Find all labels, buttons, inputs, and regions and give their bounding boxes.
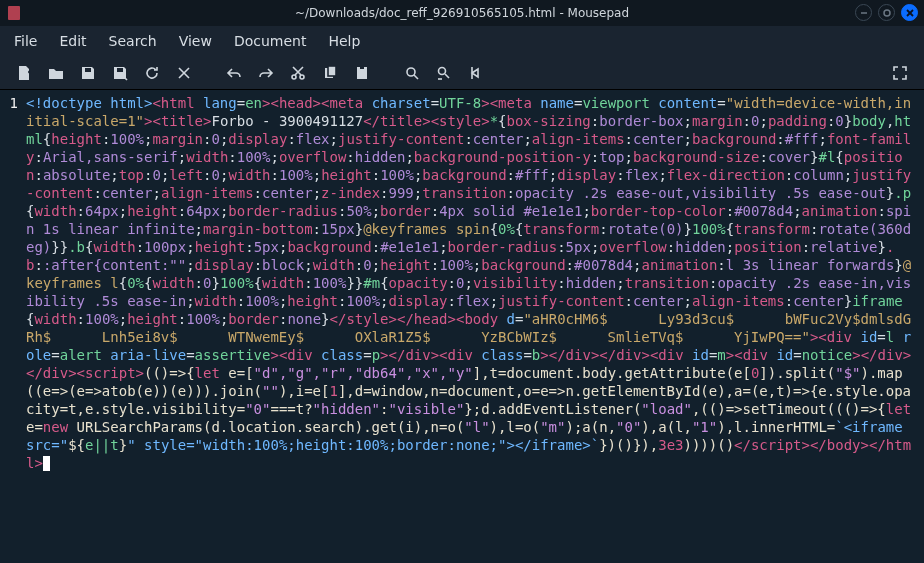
toolbar xyxy=(0,56,924,90)
tok: name xyxy=(540,95,574,111)
menu-document[interactable]: Document xyxy=(234,33,307,49)
tok: > xyxy=(380,347,388,363)
line-number: 1 xyxy=(0,94,18,112)
tok: ${ xyxy=(68,437,85,453)
tok: "1" xyxy=(692,419,717,435)
tok: </div> xyxy=(599,347,650,363)
tok: <style> xyxy=(431,113,490,129)
close-button[interactable] xyxy=(901,4,918,21)
tok: 1 xyxy=(329,383,337,399)
tok: <div xyxy=(818,329,860,345)
tok: let xyxy=(886,401,911,417)
menubar: File Edit Search View Document Help xyxy=(0,26,924,56)
code-area[interactable]: <!doctype html><html lang=en><head><meta… xyxy=(24,90,924,563)
new-file-button[interactable] xyxy=(10,59,38,87)
tok: <head> xyxy=(270,95,321,111)
menu-file[interactable]: File xyxy=(14,33,37,49)
tok: );a(n, xyxy=(565,419,616,435)
goto-button[interactable] xyxy=(462,59,490,87)
tok: id xyxy=(692,347,709,363)
tok: d xyxy=(507,311,515,327)
tok: charset xyxy=(372,95,431,111)
tok: ]).split( xyxy=(759,365,835,381)
tok: </title> xyxy=(363,113,430,129)
tok: UTF-8 xyxy=(439,95,481,111)
tok: <title> xyxy=(152,113,211,129)
close-file-button[interactable] xyxy=(170,59,198,87)
tok: "" xyxy=(262,383,279,399)
tok: alert xyxy=(60,347,111,363)
tok: <html xyxy=(152,95,203,111)
svg-point-1 xyxy=(884,10,890,16)
svg-point-16 xyxy=(439,67,446,74)
menu-edit[interactable]: Edit xyxy=(59,33,86,49)
tok: "l" xyxy=(464,419,489,435)
svg-line-17 xyxy=(445,74,449,78)
find-button[interactable] xyxy=(398,59,426,87)
tok: = xyxy=(877,329,885,345)
tok: id xyxy=(860,329,877,345)
tok: viewport xyxy=(582,95,658,111)
save-button[interactable] xyxy=(74,59,102,87)
maximize-button[interactable] xyxy=(878,4,895,21)
tok: URLSearchParams(d.location.search).get(i… xyxy=(68,419,464,435)
tok: assertive xyxy=(195,347,271,363)
tok: notice xyxy=(802,347,853,363)
reload-button[interactable] xyxy=(138,59,166,87)
tok: p xyxy=(372,347,380,363)
tok: ),i=e[ xyxy=(279,383,330,399)
tok: <meta xyxy=(490,95,541,111)
tok: <meta xyxy=(321,95,372,111)
svg-point-8 xyxy=(292,75,296,79)
tok: </head> xyxy=(397,311,456,327)
tok: </style> xyxy=(330,311,397,327)
tok: "d","g","r","db64","x","y" xyxy=(254,365,473,381)
gutter: 1 xyxy=(0,90,24,563)
svg-rect-13 xyxy=(360,66,364,69)
tok: class xyxy=(481,347,523,363)
find-replace-button[interactable] xyxy=(430,59,458,87)
tok: l xyxy=(886,329,903,345)
tok: "visible" xyxy=(388,401,464,417)
tok: <div xyxy=(734,347,776,363)
tok: > xyxy=(540,347,548,363)
paste-button[interactable] xyxy=(348,59,376,87)
tok: <script> xyxy=(77,365,144,381)
tok: "0" xyxy=(245,401,270,417)
tok: " style="width:100%;height:100%;border:n… xyxy=(127,437,599,453)
tok: > xyxy=(270,347,278,363)
open-file-button[interactable] xyxy=(42,59,70,87)
menu-help[interactable]: Help xyxy=(328,33,360,49)
tok: ],t=document.body.getAttribute(e[ xyxy=(473,365,751,381)
tok: <body xyxy=(456,311,507,327)
tok: ,(()=>setTimeout((()=>{ xyxy=(692,401,886,417)
window-title: ~/Downloads/doc_reff_926910565105.html -… xyxy=(0,6,924,20)
tok: "m" xyxy=(540,419,565,435)
tok: </div> xyxy=(26,365,77,381)
tok: e||t xyxy=(85,437,119,453)
copy-button[interactable] xyxy=(316,59,344,87)
tok: </div> xyxy=(389,347,440,363)
tok: </script> xyxy=(734,437,810,453)
menu-search[interactable]: Search xyxy=(109,33,157,49)
tok: = xyxy=(186,347,194,363)
menu-view[interactable]: View xyxy=(179,33,212,49)
editor[interactable]: 1 <!doctype html><html lang=en><head><me… xyxy=(0,90,924,563)
cut-button[interactable] xyxy=(284,59,312,87)
tok: = xyxy=(237,95,245,111)
save-as-button[interactable] xyxy=(106,59,134,87)
tok: ),a(l, xyxy=(641,419,692,435)
undo-button[interactable] xyxy=(220,59,248,87)
tok: ))))() xyxy=(684,437,735,453)
minimize-button[interactable] xyxy=(855,4,872,21)
redo-button[interactable] xyxy=(252,59,280,87)
tok: };d.addEventListener( xyxy=(464,401,641,417)
tok: <div xyxy=(439,347,481,363)
tok: new xyxy=(43,419,68,435)
svg-point-9 xyxy=(300,75,304,79)
tok: ),l=o( xyxy=(490,419,541,435)
tok: e=[ xyxy=(220,365,254,381)
fullscreen-button[interactable] xyxy=(886,59,914,87)
tok: </div> xyxy=(549,347,600,363)
tok: = xyxy=(793,347,801,363)
